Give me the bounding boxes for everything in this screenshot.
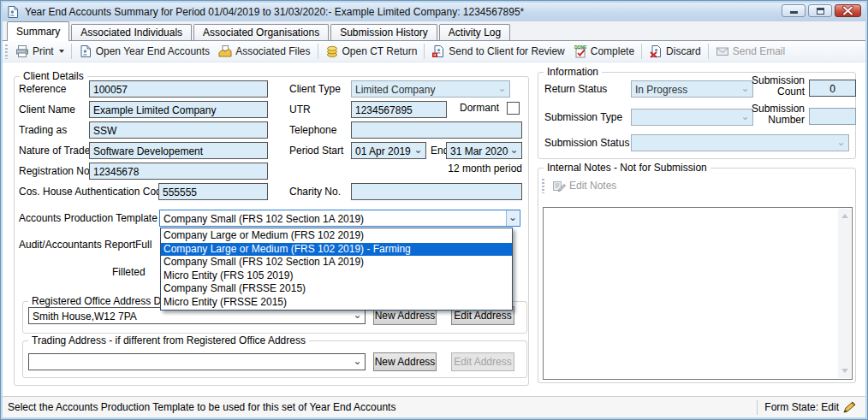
associated-files-button[interactable]: Associated Files	[214, 42, 314, 61]
associated-files-icon	[218, 44, 232, 58]
open-ct-return-label: Open CT Return	[342, 45, 418, 57]
open-year-end-accounts-label: Open Year End Accounts	[96, 45, 210, 57]
status-bar: Select the Accounts Production Template …	[3, 396, 865, 417]
toolbar-grip	[5, 44, 8, 59]
application-window: Year End Accounts Summary for Period 01/…	[0, 0, 868, 420]
charity-no-label: Charity No.	[289, 183, 341, 200]
template-dropdown-list: Company Large or Medium (FRS 102 2019) C…	[160, 228, 513, 311]
period-end-picker[interactable]: 31 Mar 2020	[446, 142, 522, 159]
notes-scrollbar[interactable]	[838, 209, 851, 378]
nature-of-trade-label: Nature of Trade	[19, 142, 90, 159]
submission-count-label-line2: Count	[777, 86, 805, 98]
send-email-button[interactable]: Send Email	[711, 42, 789, 61]
template-option[interactable]: Micro Entity (FRSSE 2015)	[161, 296, 512, 310]
template-option[interactable]: Micro Entity (FRS 105 2019)	[161, 269, 512, 283]
maximize-button[interactable]	[808, 4, 832, 17]
submission-count-label-line1: Submission	[752, 74, 805, 86]
submission-type-combo[interactable]	[631, 109, 753, 126]
submission-number-field[interactable]	[809, 108, 856, 125]
edit-notes-button[interactable]: Edit Notes	[548, 176, 621, 195]
chevron-down-icon	[506, 210, 519, 226]
template-label: Accounts Production Template	[19, 210, 158, 227]
submission-status-combo[interactable]	[631, 134, 849, 151]
chevron-down-icon	[508, 143, 520, 158]
complete-label: Complete	[591, 45, 634, 57]
print-dropdown-caret	[59, 50, 64, 53]
internal-notes-textarea[interactable]	[543, 207, 853, 380]
status-message: Select the Accounts Production Template …	[3, 401, 757, 413]
coins-icon	[325, 44, 339, 58]
registered-address-value: Smith House,W12 7PA	[33, 311, 137, 322]
client-name-field[interactable]: Example Limited Company	[89, 101, 268, 118]
tab-submission-history[interactable]: Submission History	[330, 24, 437, 40]
open-ct-return-button[interactable]: Open CT Return	[321, 42, 422, 61]
print-label: Print	[33, 45, 54, 57]
form-state: Form State: Edit	[764, 400, 865, 414]
caption-buttons	[782, 4, 861, 17]
charity-no-field[interactable]	[351, 183, 522, 200]
telephone-field[interactable]	[351, 121, 522, 139]
open-year-end-accounts-button[interactable]: Open Year End Accounts	[74, 42, 214, 61]
template-option[interactable]: Company Small (FRS 102 Section 1A 2019)	[161, 256, 512, 269]
dormant-label: Dormant	[428, 99, 499, 116]
template-value: Company Small (FRS 102 Section 1A 2019)	[163, 213, 364, 225]
maximize-icon	[817, 8, 824, 15]
chevron-down-icon	[412, 143, 425, 158]
period-start-picker[interactable]: 01 Apr 2019	[351, 142, 426, 159]
cos-house-code-field[interactable]: 555555	[158, 183, 268, 200]
discard-icon	[649, 44, 663, 58]
client-type-label: Client Type	[289, 80, 341, 98]
edit-notes-label: Edit Notes	[569, 180, 616, 192]
information-legend: Information	[544, 66, 602, 78]
reference-label: Reference	[19, 80, 66, 98]
nature-of-trade-field[interactable]: Software Developement	[89, 142, 268, 159]
template-option[interactable]: Company Large or Medium (FRS 102 2019)	[161, 229, 512, 243]
window-title: Year End Accounts Summary for Period 01/…	[25, 6, 524, 18]
toolbar-separator	[708, 44, 709, 59]
minimize-icon	[790, 11, 798, 14]
template-combo[interactable]: Company Small (FRS 102 Section 1A 2019)	[159, 210, 520, 227]
submission-number-label-line1: Submission	[752, 103, 805, 115]
complete-button[interactable]: DONE Complete	[569, 42, 639, 61]
submission-count-field[interactable]: 0	[809, 80, 856, 97]
registration-no-field[interactable]: 12345678	[89, 163, 268, 180]
close-button[interactable]	[835, 4, 861, 17]
status-divider	[757, 400, 758, 415]
form-state-label: Form State: Edit	[764, 401, 839, 413]
tab-associated-organisations[interactable]: Associated Organisations	[193, 24, 329, 40]
return-status-label: Return Status	[544, 80, 607, 98]
trading-new-address-button[interactable]: New Address	[373, 352, 437, 371]
tab-summary[interactable]: Summary	[7, 21, 69, 41]
internal-notes-legend: Internal Notes - Not for Submission	[544, 162, 710, 174]
discard-button[interactable]: Discard	[645, 42, 705, 61]
submission-status-label: Submission Status	[544, 134, 629, 151]
template-option[interactable]: Company Small (FRSSE 2015)	[161, 282, 512, 296]
submission-count-label: Submission Count	[738, 75, 805, 98]
notes-toolbar-grip	[542, 179, 544, 193]
reference-field[interactable]: 100057	[89, 80, 268, 98]
tab-strip: Summary Associated Individuals Associate…	[3, 21, 865, 41]
trading-address-combo[interactable]	[28, 353, 366, 370]
tab-associated-individuals[interactable]: Associated Individuals	[71, 24, 192, 40]
utr-label: UTR	[289, 101, 311, 118]
send-to-client-button[interactable]: Send to Client for Review	[427, 42, 568, 61]
notes-toolbar: Edit Notes	[539, 175, 853, 196]
tab-activity-log[interactable]: Activity Log	[439, 24, 510, 40]
trading-as-field[interactable]: SSW	[89, 121, 268, 139]
audit-report-label: Audit/Accountants Report	[19, 236, 135, 253]
period-start-value: 01 Apr 2019	[355, 145, 411, 157]
title-bar[interactable]: Year End Accounts Summary for Period 01/…	[3, 3, 865, 21]
template-option-highlighted[interactable]: Company Large or Medium (FRS 102 2019) -…	[161, 243, 512, 257]
return-status-combo[interactable]: In Progress	[631, 80, 753, 98]
client-name-label: Client Name	[19, 101, 75, 118]
telephone-label: Telephone	[289, 121, 336, 139]
minimize-button[interactable]	[782, 4, 806, 17]
trading-address-legend: Trading Address - if different from Regi…	[28, 334, 309, 346]
associated-files-label: Associated Files	[235, 45, 310, 57]
print-button[interactable]: Print	[11, 42, 68, 61]
dormant-checkbox[interactable]	[507, 102, 520, 115]
trading-edit-address-button[interactable]: Edit Address	[451, 352, 514, 371]
app-icon	[6, 5, 20, 19]
send-email-label: Send Email	[733, 45, 785, 57]
client-type-combo[interactable]: Limited Company	[351, 80, 510, 98]
